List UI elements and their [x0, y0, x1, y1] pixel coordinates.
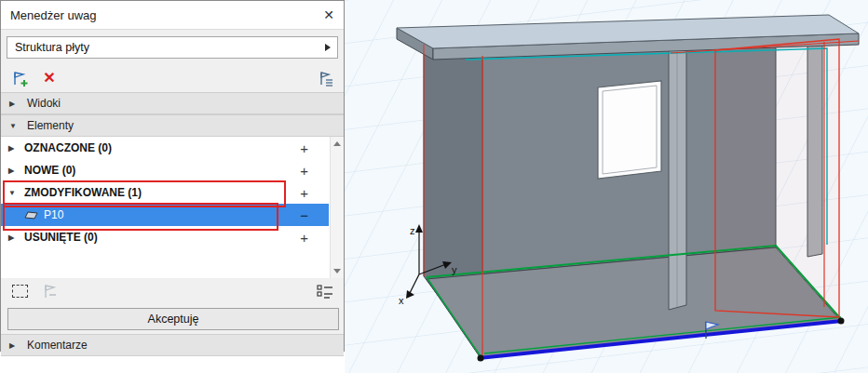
- scroll-down-icon[interactable]: [333, 269, 341, 273]
- close-icon[interactable]: ✕: [323, 8, 334, 21]
- delete-markup-button[interactable]: ✕: [38, 68, 61, 88]
- row-label: P10: [44, 208, 63, 221]
- list-row-p10[interactable]: P10 −: [1, 204, 329, 226]
- expander-icon-views[interactable]: ▶: [9, 100, 19, 108]
- section-komentarze[interactable]: ▶ Komentarze: [1, 334, 344, 356]
- scroll-up-icon[interactable]: [333, 141, 341, 146]
- row-label: OZNACZONE (0): [24, 141, 112, 154]
- flag-list-icon: [316, 69, 334, 87]
- edge-handle-right[interactable]: [838, 318, 845, 325]
- add-icon[interactable]: +: [300, 141, 308, 155]
- marquee-select-button[interactable]: [8, 281, 31, 301]
- section-komentarze-label: Komentarze: [27, 339, 88, 352]
- row-label: USUNIĘTE (0): [24, 231, 98, 244]
- apply-markup-button-disabled[interactable]: [38, 281, 61, 301]
- chevron-right-icon[interactable]: ▶: [8, 144, 19, 153]
- axis-label-x: x: [399, 295, 404, 306]
- chevron-down-icon[interactable]: ▼: [8, 189, 19, 197]
- list-row-zmodyfikowane[interactable]: ▼ ZMODYFIKOWANE (1) +: [1, 181, 329, 204]
- add-icon[interactable]: +: [300, 164, 308, 178]
- chevron-right-icon[interactable]: ▶: [8, 167, 19, 175]
- row-label: ZMODYFIKOWANE (1): [24, 186, 142, 199]
- modified-outline-red-box: [715, 39, 839, 317]
- add-markup-button[interactable]: [8, 68, 31, 88]
- flag-arrow-icon: [40, 283, 59, 300]
- dashed-rectangle-icon: [12, 285, 28, 298]
- checklist-icon: [317, 284, 334, 300]
- list-row-oznaczone[interactable]: ▶ OZNACZONE (0) +: [1, 137, 329, 159]
- panel-titlebar: Menedżer uwag ✕: [1, 1, 344, 30]
- markup-manager-panel: Menedżer uwag ✕ Struktura płyty ✕: [0, 0, 345, 352]
- archicad-markup-window: z y x Menedżer uwag ✕ Struktura płyty: [0, 0, 868, 373]
- markup-report-button[interactable]: [314, 68, 336, 88]
- elements-list: ▶ OZNACZONE (0) + ▶ NOWE (0) + ▼ ZMODYFI…: [1, 137, 344, 278]
- remove-icon[interactable]: −: [300, 208, 308, 222]
- scheme-dropdown[interactable]: Struktura płyty: [7, 36, 338, 59]
- viewport-canvas[interactable]: z y x: [345, 0, 868, 373]
- section-widoki-label: Widoki: [27, 97, 61, 110]
- expander-icon-comments[interactable]: ▶: [9, 341, 19, 350]
- flag-plus-icon: [10, 69, 29, 87]
- chevron-right-icon[interactable]: ▶: [8, 233, 19, 242]
- axis-label-y: y: [452, 264, 457, 275]
- bottom-toolbar: [1, 278, 344, 304]
- list-options-button[interactable]: [314, 281, 336, 301]
- list-scrollbar[interactable]: [330, 137, 344, 278]
- model-window: [598, 81, 661, 179]
- expander-icon-elements[interactable]: ▼: [9, 122, 19, 130]
- dropdown-arrow-icon[interactable]: [325, 44, 331, 51]
- section-elementy[interactable]: ▼ Elementy: [1, 114, 344, 137]
- edge-handle-left[interactable]: [478, 355, 484, 362]
- row-label: NOWE (0): [24, 164, 75, 177]
- list-row-nowe[interactable]: ▶ NOWE (0) +: [1, 159, 329, 181]
- scheme-dropdown-value: Struktura płyty: [15, 41, 89, 54]
- list-row-usuniete[interactable]: ▶ USUNIĘTE (0) +: [1, 226, 329, 248]
- section-elementy-label: Elementy: [27, 119, 74, 132]
- axis-label-z: z: [410, 225, 415, 236]
- markup-toolbar: ✕: [1, 64, 344, 92]
- accept-button[interactable]: Akceptuję: [7, 308, 339, 330]
- slab-icon: [24, 210, 38, 220]
- section-widoki[interactable]: ▶ Widoki: [1, 92, 344, 114]
- add-icon[interactable]: +: [300, 186, 308, 200]
- panel-title: Menedżer uwag: [10, 8, 97, 22]
- add-icon[interactable]: +: [300, 231, 308, 245]
- x-mark-icon: ✕: [43, 71, 55, 86]
- viewport-3d[interactable]: z y x: [345, 0, 868, 373]
